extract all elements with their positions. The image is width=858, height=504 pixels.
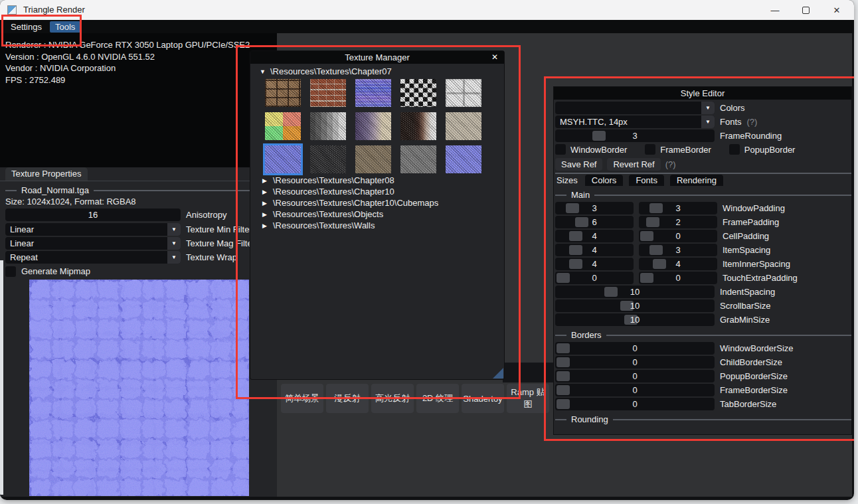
filter-combo[interactable]: Repeat ▼ — [5, 251, 181, 264]
style-slider-x[interactable]: 4 — [555, 258, 634, 270]
filter-combo[interactable]: Linear ▼ — [5, 223, 181, 236]
style-pair-row: 4 3 ItemSpacing — [555, 244, 851, 256]
style-slider-y[interactable]: 0 — [639, 272, 717, 284]
slider-value: 4 — [555, 244, 634, 256]
style-pair-row: 4 4 ItemInnerSpacing — [555, 258, 851, 270]
renderer-info-line: Renderer : NVIDIA GeForce RTX 3050 Lapto… — [5, 39, 250, 51]
minimize-button[interactable]: — — [760, 0, 790, 20]
style-slider[interactable]: 0 — [555, 384, 715, 396]
renderer-info-line: Version : OpenGL 4.6.0 NVIDIA 551.52 — [5, 51, 250, 63]
tab-texture-properties[interactable]: Texture Properties — [5, 167, 88, 181]
tree-node-folder[interactable]: ▶ \Resources\Textures\Objects — [262, 209, 438, 220]
folder-list: ▶ \Resources\Textures\Chapter08 ▶ \Resou… — [262, 175, 438, 231]
style-slider-y[interactable]: 4 — [639, 258, 717, 270]
combo-value: MSYH.TTC, 14px — [560, 116, 628, 128]
style-slider-y[interactable]: 2 — [639, 216, 717, 228]
style-slider-x[interactable]: 4 — [555, 230, 634, 242]
scene-button[interactable]: Ramp 贴图 — [507, 384, 549, 413]
texture-thumbnail[interactable] — [446, 112, 481, 140]
texture-thumbnail[interactable] — [265, 145, 301, 173]
style-slider-y[interactable]: 3 — [639, 244, 717, 256]
style-single-row: 10 GrabMinSize — [555, 313, 851, 326]
tree-node-folder[interactable]: ▶ \Resources\Textures\Chapter08 — [262, 175, 438, 186]
style-slider[interactable]: 10 — [555, 286, 715, 298]
window-resize-grip[interactable] — [493, 368, 503, 378]
scene-button[interactable]: 高光反射 — [371, 384, 414, 413]
scene-button[interactable]: 漫反射 — [326, 384, 369, 413]
scene-button[interactable]: 2D 纹理 — [416, 384, 459, 413]
style-editor-tab[interactable]: Sizes — [555, 175, 579, 186]
style-slider-x[interactable]: 6 — [555, 216, 634, 228]
texture-thumbnail[interactable] — [310, 112, 346, 140]
border-checkbox[interactable] — [645, 144, 655, 155]
texture-thumbnail[interactable] — [265, 112, 301, 140]
screen: Triangle Render — ✕ Settings Tools Info … — [0, 0, 858, 504]
border-checkbox[interactable] — [729, 144, 740, 155]
section-title: Main — [571, 190, 590, 200]
style-row-label: WindowBorderSize — [720, 342, 794, 355]
tree-node-folder[interactable]: ▶ \Resources\Textures\Walls — [262, 220, 438, 231]
style-editor-title: Style Editor — [554, 87, 851, 100]
texture-thumbnail[interactable] — [355, 145, 391, 173]
texture-thumbnail[interactable] — [446, 79, 481, 107]
chevron-down-icon[interactable]: ▼ — [167, 223, 181, 236]
anisotropy-input[interactable]: 16 — [5, 209, 181, 221]
close-icon[interactable]: ✕ — [489, 52, 500, 62]
filter-combo[interactable]: Linear ▼ — [5, 237, 181, 250]
fonts-combo[interactable]: MSYH.TTC, 14px ▼ — [555, 116, 715, 128]
style-slider[interactable]: 10 — [555, 299, 715, 312]
style-slider[interactable]: 0 — [555, 342, 715, 355]
generate-mipmap-checkbox[interactable] — [5, 266, 16, 277]
style-editor-tab[interactable]: Colors — [585, 175, 624, 186]
texture-thumbnail[interactable] — [310, 79, 346, 107]
style-slider-y[interactable]: 0 — [639, 230, 717, 242]
style-single-row: 10 IndentSpacing — [555, 286, 851, 298]
revert-ref-button[interactable]: Revert Ref — [607, 158, 660, 171]
texture-thumbnail[interactable] — [400, 79, 436, 107]
tree-node-folder[interactable]: ▶ \Resources\Textures\Chapter10\Cubemaps — [262, 197, 438, 209]
style-editor-tab[interactable]: Fonts — [629, 175, 664, 186]
tree-node-folder[interactable]: ▶ \Resources\Textures\Chapter10 — [262, 186, 438, 197]
style-slider[interactable]: 10 — [555, 313, 715, 326]
frame-rounding-slider[interactable]: 3 — [555, 129, 715, 142]
style-slider-y[interactable]: 3 — [639, 202, 717, 214]
texture-thumbnail[interactable] — [355, 112, 391, 140]
maximize-button[interactable] — [790, 0, 821, 20]
mipmap-row: Generate Mipmap — [5, 265, 90, 278]
style-slider[interactable]: 0 — [555, 398, 715, 410]
texture-thumbnail[interactable] — [265, 79, 301, 107]
style-slider[interactable]: 0 — [555, 370, 715, 382]
anisotropy-row: 16 Anisotropy — [5, 209, 226, 221]
chevron-down-icon[interactable]: ▼ — [167, 237, 181, 250]
scene-button[interactable]: 简单场景 — [281, 384, 323, 413]
slider-value: 10 — [555, 299, 715, 312]
chevron-down-icon[interactable]: ▼ — [167, 251, 181, 264]
tree-node-chapter07[interactable]: ▼ \Resources\Textures\Chapter07 — [260, 66, 392, 76]
main-section-header: Main — [555, 190, 851, 200]
main-pair-rows: 3 3 WindowPadding 6 — [555, 202, 851, 284]
style-pair-row: 4 0 CellPadding — [555, 230, 851, 242]
texture-thumbnail[interactable] — [400, 145, 436, 173]
style-slider-x[interactable]: 3 — [555, 202, 634, 214]
slider-value: 0 — [555, 356, 715, 369]
texture-thumbnail[interactable] — [355, 79, 391, 107]
slider-value: 4 — [555, 258, 634, 270]
style-slider[interactable]: 0 — [555, 356, 715, 369]
menu-item[interactable]: Tools — [50, 21, 80, 33]
border-checkbox[interactable] — [555, 144, 566, 155]
style-slider-x[interactable]: 4 — [555, 244, 634, 256]
texture-thumbnail[interactable] — [400, 112, 436, 140]
scene-button[interactable]: Shadertoy — [462, 384, 504, 413]
menu-item[interactable]: Settings — [5, 21, 47, 33]
texture-thumbnail[interactable] — [310, 145, 346, 173]
texture-thumbnail[interactable] — [446, 145, 481, 173]
border-checkbox-label: FrameBorder — [660, 145, 711, 155]
colors-combo[interactable]: ▼ — [555, 102, 715, 114]
slider-value: 3 — [639, 202, 717, 214]
style-editor-tab[interactable]: Rendering — [670, 175, 723, 186]
chevron-down-icon[interactable]: ▼ — [701, 102, 715, 114]
save-ref-button[interactable]: Save Ref — [555, 158, 602, 171]
close-button[interactable]: ✕ — [821, 0, 852, 20]
style-slider-x[interactable]: 0 — [555, 272, 634, 284]
chevron-down-icon[interactable]: ▼ — [701, 116, 715, 128]
